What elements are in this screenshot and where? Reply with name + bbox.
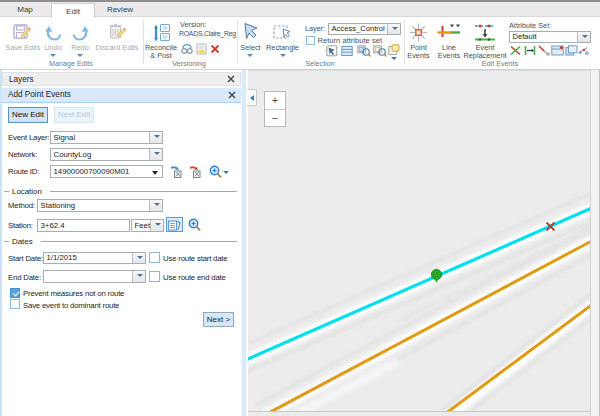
redo-icon [72, 25, 89, 41]
group-separator [237, 20, 238, 64]
prevent-measures-checkbox[interactable] [10, 288, 20, 298]
add-point-events-close-button[interactable] [227, 90, 237, 100]
map-bottom-edge [248, 411, 591, 416]
select-features-icon[interactable] [326, 45, 338, 57]
tab-map[interactable]: Map [5, 2, 45, 17]
station-value: 3+62.4 [41, 220, 65, 231]
event-replacement-button[interactable]: Event Replacement [462, 44, 508, 59]
layers-pane-header[interactable]: Layers [2, 72, 241, 86]
basemap-road-casings [248, 189, 591, 411]
end-date-dropdown-button[interactable] [132, 271, 145, 282]
route-id-dropdown-arrow[interactable] [152, 171, 158, 175]
copy-events-icon[interactable] [565, 45, 578, 56]
next-edit-button[interactable]: Next Edit [54, 107, 94, 123]
method-dropdown-button[interactable] [149, 200, 162, 211]
route-id-combobox[interactable]: 14900000700090M01 [50, 165, 163, 178]
attributes-table-icon[interactable] [341, 45, 353, 57]
new-edit-button[interactable]: New Edit [8, 107, 48, 123]
next-step-button[interactable]: Next > [203, 312, 234, 327]
station-zoom-icon[interactable] [188, 218, 201, 232]
use-route-start-date-checkbox[interactable] [149, 252, 160, 263]
use-route-end-date-checkbox[interactable] [149, 271, 160, 282]
version-label: Version: [180, 21, 206, 30]
remove-route-selection-icon[interactable] [189, 165, 202, 179]
add-point-events-pane-header[interactable]: Add Point Events [2, 88, 241, 103]
reconcile-post-icon [150, 23, 172, 43]
point-events-button[interactable]: Point Events [404, 44, 433, 59]
zoom-to-route-icon[interactable] [209, 165, 222, 179]
layers-pane-title: Layers [9, 73, 34, 85]
event-layer-value: Signal [54, 132, 76, 143]
save-dominant-label: Save event to dominant route [23, 301, 119, 310]
version-value: ROADS.Claire_Reg [179, 30, 236, 39]
layers-close-button[interactable] [226, 74, 236, 84]
zoom-out-button[interactable]: − [265, 110, 285, 127]
rectangle-dropdown-caret[interactable] [280, 54, 286, 57]
group-label-manage-edits: Manage Edits [26, 59, 116, 69]
line-events-button[interactable]: Line Events [436, 44, 462, 59]
pan-to-selection-icon[interactable] [373, 45, 387, 57]
discard-edits-button[interactable]: Discard Edits [94, 44, 140, 52]
undo-icon [45, 25, 62, 41]
rectangle-button[interactable]: Rectangle [266, 44, 299, 52]
location-section-title: Location [12, 187, 42, 196]
network-dropdown-button[interactable] [149, 149, 162, 160]
selection-layer-label: Layer: [305, 25, 325, 34]
version-changes-icon[interactable] [181, 44, 193, 55]
tab-edit[interactable]: Edit [51, 3, 95, 18]
selection-layer-dropdown-button[interactable] [387, 24, 400, 34]
station-unit-value: Feet [135, 220, 151, 231]
rectangle-tool-icon [273, 24, 292, 41]
method-value: Stationing [41, 200, 76, 211]
zoom-in-button[interactable]: + [265, 92, 285, 110]
event-layer-dropdown-button[interactable] [149, 132, 162, 143]
event-layer-combobox[interactable]: Signal [50, 131, 163, 144]
reconcile-post-button[interactable]: Reconcile & Post [144, 44, 178, 59]
attribute-set-combobox[interactable]: Default [509, 31, 591, 43]
station-unit-combobox[interactable]: Feet [131, 219, 164, 232]
selection-layer-combobox[interactable]: Access_Control [328, 23, 401, 35]
retire-event-icon[interactable] [538, 45, 550, 56]
station-from-map-button[interactable] [166, 217, 183, 232]
event-attributes-icon[interactable] [551, 45, 564, 56]
merge-events-icon[interactable] [524, 45, 536, 56]
new-version-icon[interactable] [196, 43, 207, 55]
station-unit-dropdown-button[interactable] [150, 220, 163, 231]
return-attribute-set-checkbox[interactable] [306, 36, 315, 45]
start-date-picker[interactable]: 1/1/2015 [43, 252, 146, 265]
undo-button[interactable]: Undo [40, 44, 66, 52]
zoom-to-route-caret[interactable] [223, 171, 229, 174]
clear-selection-icon[interactable] [388, 44, 400, 56]
delete-version-icon[interactable] [210, 44, 220, 54]
redo-button[interactable]: Redo [67, 44, 93, 52]
start-date-dropdown-button[interactable] [132, 253, 145, 264]
location-section-header: Location [4, 187, 237, 196]
selection-more-caret[interactable] [391, 57, 397, 60]
attribute-set-dropdown-button[interactable] [577, 32, 590, 42]
network-combobox[interactable]: CountyLog [50, 148, 163, 161]
select-button[interactable]: Select [237, 44, 264, 52]
event-options-icon[interactable] [578, 45, 589, 56]
collapse-panel-button[interactable] [247, 89, 257, 106]
map-zoom-control: + − [264, 91, 286, 127]
section-dash [4, 191, 9, 192]
split-event-icon[interactable] [510, 45, 521, 56]
end-date-picker[interactable] [43, 270, 146, 283]
station-input[interactable]: 3+62.4 [37, 219, 130, 232]
zoom-to-selection-icon[interactable] [357, 45, 371, 57]
section-dash [4, 241, 9, 242]
close-icon [227, 90, 237, 100]
select-route-on-map-icon[interactable] [170, 165, 183, 179]
map-view[interactable] [248, 70, 591, 411]
select-dropdown-caret[interactable] [247, 54, 253, 57]
save-dominant-checkbox[interactable] [10, 299, 20, 309]
map-graphics [248, 71, 591, 411]
section-rule [50, 191, 237, 192]
redo-dropdown-caret[interactable] [77, 54, 83, 57]
dates-section-header: Dates [4, 237, 237, 246]
tab-review[interactable]: Review [98, 2, 142, 17]
use-route-start-date-label: Use route start date [163, 254, 227, 263]
undo-dropdown-caret[interactable] [50, 54, 56, 57]
method-combobox[interactable]: Stationing [37, 199, 163, 212]
save-edits-button[interactable]: Save Edits [2, 44, 44, 52]
